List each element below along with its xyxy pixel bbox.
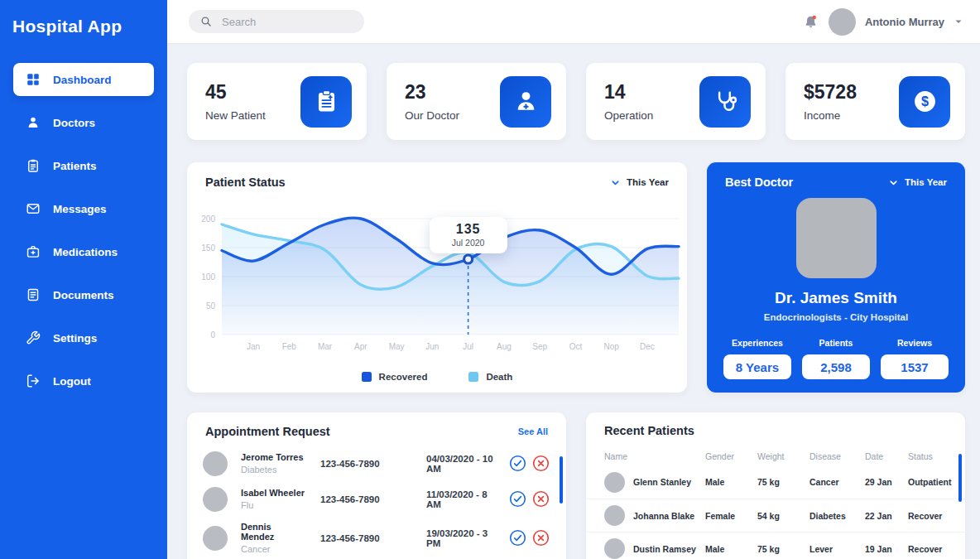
- sidebar-item-label: Settings: [53, 332, 97, 345]
- appt-patient-name: Jerome Torres: [241, 452, 307, 462]
- patient-status: Outpatient: [908, 477, 954, 487]
- accept-appointment-button[interactable]: [509, 455, 526, 472]
- stat-card-new-patient: 45 New Patient: [187, 63, 367, 140]
- appt-patient-name: Dennis Mendez: [241, 522, 307, 542]
- patient-disease: Lever: [809, 544, 865, 554]
- appointment-list: Jerome Torres Diabetes 123-456-7890 04/0…: [187, 446, 566, 552]
- patient-status-chart: 050100150200JanFebMarAprMayJunJulAugSepO…: [187, 207, 687, 358]
- sidebar-item-doctors[interactable]: Doctors: [13, 106, 154, 139]
- appt-phone: 123-456-7890: [320, 494, 413, 504]
- tooltip-value: 135: [430, 222, 507, 237]
- svg-text:Mar: Mar: [318, 342, 333, 351]
- appt-datetime: 04/03/2020 - 10 AM: [426, 454, 496, 474]
- patient-date: 29 Jan: [865, 477, 908, 487]
- patient-name-cell: Glenn Stanley: [604, 472, 705, 493]
- svg-text:Apr: Apr: [354, 342, 368, 351]
- clipboard-plus-icon: [300, 76, 352, 128]
- patient-date: 22 Jan: [865, 511, 908, 521]
- sidebar-nav: DashboardDoctorsPatientsMessagesMedicati…: [0, 63, 167, 398]
- stat-card-operation: 14 Operation: [586, 63, 766, 140]
- logout-icon: [26, 373, 41, 388]
- sidebar-item-patients[interactable]: Patients: [13, 149, 154, 182]
- appt-patient-condition: Flu: [241, 500, 307, 510]
- sidebar-item-medications[interactable]: Medications: [13, 235, 154, 268]
- stethoscope-icon: [699, 76, 751, 128]
- see-all-link[interactable]: See All: [518, 426, 548, 436]
- svg-text:$: $: [921, 94, 929, 108]
- appt-patient-name: Isabel Wheeler: [241, 488, 307, 498]
- patient-weight: 75 kg: [757, 477, 809, 487]
- scrollbar[interactable]: [958, 454, 962, 502]
- doctor-plus-icon: [500, 76, 551, 128]
- sidebar-item-label: Logout: [53, 375, 91, 388]
- user-name[interactable]: Antonio Murray: [865, 16, 944, 28]
- patient-disease: Diabetes: [809, 511, 865, 521]
- svg-text:0: 0: [210, 330, 215, 340]
- user-area: Antonio Murray: [802, 8, 963, 36]
- decline-appointment-button[interactable]: [532, 490, 550, 508]
- patient-date: 19 Jan: [865, 544, 908, 554]
- patient-name: Glenn Stanley: [633, 477, 691, 487]
- decline-appointment-button[interactable]: [532, 529, 550, 547]
- patient-status: Recover: [908, 511, 954, 521]
- accept-appointment-button[interactable]: [509, 490, 526, 508]
- patient-avatar: [203, 487, 228, 512]
- stat-text: 45 New Patient: [205, 81, 266, 122]
- search-input[interactable]: [220, 15, 353, 29]
- tooltip-label: Jul 2020: [430, 238, 507, 248]
- app-window: Hospital App DashboardDoctorsPatientsMes…: [0, 0, 980, 559]
- appt-patient: Isabel Wheeler Flu: [241, 488, 307, 510]
- column-header-status: Status: [908, 451, 954, 461]
- period-label: This Year: [627, 177, 669, 187]
- best-doctor-period-dropdown[interactable]: This Year: [888, 177, 947, 188]
- svg-text:Nop: Nop: [604, 342, 620, 351]
- stat-label: Operation: [604, 109, 653, 122]
- scrollbar[interactable]: [560, 456, 563, 504]
- svg-text:Feb: Feb: [282, 342, 297, 351]
- patient-status-title: Patient Status: [205, 176, 286, 189]
- chevron-down-icon[interactable]: [954, 17, 963, 27]
- appt-actions: [509, 490, 550, 508]
- decline-appointment-button[interactable]: [532, 455, 550, 472]
- sidebar-item-messages[interactable]: Messages: [13, 192, 154, 225]
- legend-label: Recovered: [379, 372, 428, 382]
- sidebar-item-documents[interactable]: Documents: [13, 278, 154, 311]
- svg-text:200: 200: [201, 214, 215, 224]
- patient-name: Johanna Blake: [633, 511, 694, 521]
- patient-weight: 75 kg: [757, 544, 809, 554]
- notification-bell-icon[interactable]: [802, 13, 819, 31]
- doctor-name: Dr. James Smith: [707, 289, 965, 307]
- sidebar-item-dashboard[interactable]: Dashboard: [13, 63, 154, 96]
- recent-patients-card: Recent Patients NameGenderWeightDiseaseD…: [586, 412, 965, 559]
- sidebar-item-settings[interactable]: Settings: [13, 321, 154, 354]
- user-avatar[interactable]: [829, 8, 856, 36]
- appt-actions: [509, 455, 550, 472]
- sidebar-item-label: Messages: [53, 203, 107, 215]
- patient-avatar: [203, 526, 228, 551]
- sidebar-item-logout[interactable]: Logout: [13, 364, 154, 398]
- stat-card-our-doctor: 23 Our Doctor: [387, 63, 566, 140]
- doctor-stat-label: Experiences: [723, 338, 791, 348]
- accept-appointment-button[interactable]: [509, 529, 526, 547]
- doctor-stat-patients: Patients2,598: [802, 338, 870, 379]
- patient-status: Recover: [908, 544, 954, 554]
- doctor-specialty: Endocrinologists - City Hospital: [707, 312, 965, 322]
- appt-patient: Jerome Torres Diabetes: [241, 452, 307, 475]
- clipboard-icon: [26, 158, 41, 173]
- appointment-request-card: Appointment Request See All Jerome Torre…: [187, 412, 566, 559]
- envelope-icon: [26, 201, 41, 216]
- doctor-stat-label: Patients: [802, 338, 870, 348]
- svg-text:Sep: Sep: [532, 342, 547, 351]
- dollar-icon: $: [899, 76, 950, 128]
- recent-patients-title: Recent Patients: [604, 424, 694, 437]
- patient-status-period-dropdown[interactable]: This Year: [610, 177, 669, 188]
- patients-table-body: Glenn Stanley Male 75 kg Cancer 29 Jan O…: [586, 465, 965, 559]
- sidebar: Hospital App DashboardDoctorsPatientsMes…: [0, 0, 167, 559]
- appt-phone: 123-456-7890: [320, 459, 413, 469]
- period-label: This Year: [905, 177, 947, 187]
- stat-label: Income: [804, 109, 857, 122]
- patients-table-header: NameGenderWeightDiseaseDateStatus: [586, 447, 965, 465]
- best-doctor-title: Best Doctor: [725, 176, 793, 189]
- search-box[interactable]: [189, 10, 364, 33]
- patient-name: Dustin Ramsey: [633, 544, 696, 554]
